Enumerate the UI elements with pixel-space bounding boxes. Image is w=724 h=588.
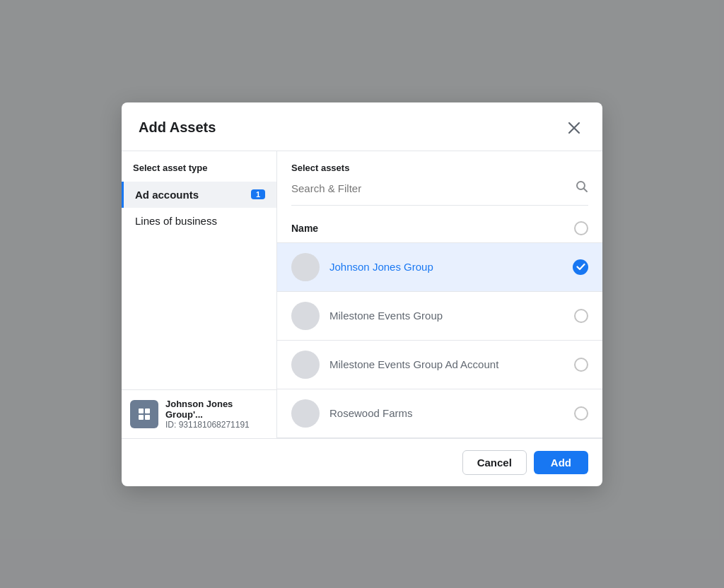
- select-assets-title: Select assets: [291, 163, 588, 173]
- check-circle-johnson-jones: [573, 259, 588, 275]
- svg-rect-0: [139, 408, 144, 413]
- list-header-row: Name: [277, 214, 602, 243]
- footer-text: Johnson Jones Group'... ID: 931181068271…: [165, 399, 268, 430]
- asset-type-section-title: Select asset type: [122, 163, 276, 182]
- right-panel: Select assets Name: [277, 151, 602, 438]
- add-assets-modal: Add Assets Select asset type Ad accounts…: [122, 102, 602, 486]
- asset-name-milestone-ad-account: Milestone Events Group Ad Account: [329, 358, 564, 370]
- modal-header: Add Assets: [122, 102, 602, 151]
- left-panel: Select asset type Ad accounts 1 Lines of…: [122, 151, 277, 438]
- assets-list: Name Johnson Jones Group: [277, 214, 602, 438]
- asset-row-johnson-jones-group[interactable]: Johnson Jones Group: [277, 243, 602, 292]
- avatar-johnson-jones: [291, 253, 320, 281]
- name-column-header: Name: [291, 223, 318, 234]
- modal-overlay: Add Assets Select asset type Ad accounts…: [0, 0, 724, 588]
- asset-row-milestone-events-ad-account[interactable]: Milestone Events Group Ad Account: [277, 341, 602, 389]
- avatar-milestone-events: [291, 302, 320, 330]
- avatar-rosewood-farms: [291, 399, 320, 428]
- asset-name-johnson-jones: Johnson Jones Group: [329, 261, 563, 273]
- footer-account-id: ID: 931181068271191: [165, 420, 268, 430]
- ad-accounts-badge: 1: [251, 189, 265, 199]
- cancel-button[interactable]: Cancel: [462, 450, 527, 475]
- modal-title: Add Assets: [139, 119, 216, 136]
- asset-name-rosewood-farms: Rosewood Farms: [329, 407, 564, 419]
- right-panel-header: Select assets: [277, 151, 602, 214]
- search-bar: [291, 180, 588, 206]
- lines-of-business-label: Lines of business: [135, 215, 217, 227]
- radio-rosewood-farms: [574, 406, 588, 421]
- avatar-milestone-ad-account: [291, 351, 320, 379]
- radio-milestone-events: [574, 309, 588, 323]
- sidebar-item-lines-of-business[interactable]: Lines of business: [122, 208, 276, 234]
- header-radio: [574, 221, 588, 235]
- search-icon: [576, 180, 588, 196]
- radio-milestone-ad-account: [574, 358, 588, 372]
- asset-name-milestone-events: Milestone Events Group: [329, 310, 564, 322]
- search-input[interactable]: [291, 182, 576, 194]
- svg-rect-2: [139, 415, 144, 420]
- svg-rect-3: [145, 415, 150, 420]
- modal-footer: Cancel Add: [122, 438, 602, 486]
- sidebar-item-ad-accounts[interactable]: Ad accounts 1: [122, 182, 276, 208]
- asset-row-milestone-events-group[interactable]: Milestone Events Group: [277, 292, 602, 341]
- asset-row-rosewood-farms[interactable]: Rosewood Farms: [277, 389, 602, 438]
- ad-accounts-label: Ad accounts: [135, 189, 199, 201]
- svg-rect-1: [145, 408, 150, 413]
- close-button[interactable]: [563, 117, 585, 139]
- modal-body: Select asset type Ad accounts 1 Lines of…: [122, 151, 602, 438]
- footer-icon: [130, 400, 158, 428]
- add-button[interactable]: Add: [534, 451, 588, 474]
- footer-account-name: Johnson Jones Group'...: [165, 399, 268, 420]
- left-panel-footer: Johnson Jones Group'... ID: 931181068271…: [122, 389, 276, 438]
- svg-line-5: [584, 188, 588, 192]
